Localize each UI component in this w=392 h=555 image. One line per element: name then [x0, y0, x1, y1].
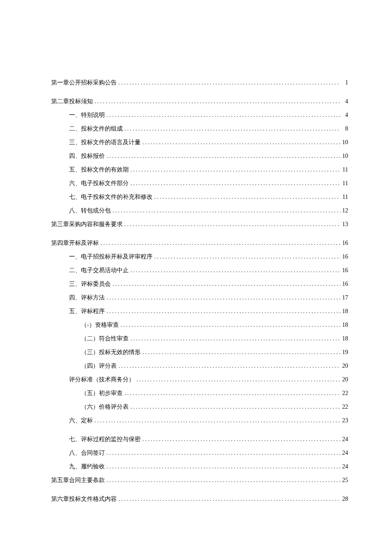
toc-title: 一、特别说明 [69, 111, 105, 119]
toc-title: 一、电子招投标开标及评审程序 [69, 253, 153, 261]
toc-page-number: 23 [342, 417, 348, 424]
toc-entry: 二、电子交易活动中止16 [51, 267, 348, 274]
toc-page-number: 17 [342, 294, 348, 301]
toc-page-number: 10 [342, 153, 348, 160]
toc-leader-dots [118, 496, 340, 503]
toc-title: 五、投标文件的有效期 [69, 166, 129, 174]
toc-title: （六）价格评分表 [81, 403, 129, 411]
document-page: 第一章公开招标采购公告1第二章投标须知4一、特别说明4二、投标文件的组成8三、投… [0, 0, 392, 555]
toc-entry: 八、转包或分包12 [51, 207, 348, 215]
toc-leader-dots [107, 463, 340, 470]
toc-entry: 二、投标文件的组成8 [51, 125, 348, 133]
toc-entry: 三、评标委员会16 [51, 280, 348, 288]
toc-title: 七、电子投标文件的补充和修改 [69, 193, 153, 201]
toc-leader-dots [118, 363, 340, 369]
toc-entry: 七、电子投标文件的补充和修改11 [51, 193, 348, 201]
toc-page-number: 18 [342, 335, 348, 342]
toc-title: 八、合同签订 [69, 449, 105, 457]
toc-entry: 八、合同签订24 [51, 449, 348, 457]
toc-leader-dots [107, 477, 340, 484]
table-of-contents: 第一章公开招标采购公告1第二章投标须知4一、特别说明4二、投标文件的组成8三、投… [51, 79, 348, 503]
toc-page-number: 24 [342, 436, 348, 443]
toc-entry: 第五章合同主要条款25 [51, 477, 348, 484]
toc-leader-dots [142, 436, 340, 443]
toc-page-number: 4 [342, 98, 348, 105]
toc-leader-dots [107, 450, 340, 456]
toc-page-number: 11 [342, 194, 348, 200]
toc-leader-dots [112, 281, 340, 288]
toc-page-number: 22 [342, 404, 348, 410]
toc-entry: 四、投标报价10 [51, 152, 348, 160]
toc-leader-dots [124, 125, 340, 132]
toc-title: 四、评标方法 [69, 294, 105, 302]
toc-entry: 第六章投标文件格式内容28 [51, 495, 348, 503]
toc-entry: 六、电子投标文件部分11 [51, 180, 348, 187]
toc-leader-dots [124, 390, 340, 397]
toc-title: 评分标准（技术商务分） [69, 376, 135, 384]
toc-entry: 六、定标23 [51, 417, 348, 424]
toc-title: （二）符合性审查 [81, 335, 129, 343]
toc-title: 三、评标委员会 [69, 280, 111, 288]
toc-page-number: 16 [342, 267, 348, 274]
toc-leader-dots [130, 166, 340, 173]
toc-page-number: 20 [342, 363, 348, 369]
toc-title: 第一章公开招标采购公告 [51, 79, 117, 87]
toc-entry: 第三章采购内容和服务要求13 [51, 221, 348, 228]
toc-entry: 第一章公开招标采购公告1 [51, 79, 348, 87]
toc-leader-dots [142, 139, 340, 146]
toc-page-number: 16 [342, 240, 348, 247]
toc-title: （-）资格审查 [81, 321, 119, 329]
toc-title: 第四章开标及评标 [51, 239, 99, 247]
toc-page-number: 18 [342, 308, 348, 315]
toc-page-number: 19 [342, 349, 348, 356]
toc-title: （三）投标无效的情形 [81, 349, 141, 356]
toc-entry: 五、评标程序18 [51, 308, 348, 315]
toc-entry: 第四章开标及评标16 [51, 239, 348, 247]
toc-title: 第六章投标文件格式内容 [51, 495, 117, 503]
toc-page-number: 13 [342, 221, 348, 228]
toc-leader-dots [130, 335, 340, 342]
toc-entry: （六）价格评分表22 [51, 403, 348, 411]
toc-title: 二、电子交易活动中止 [69, 267, 129, 274]
toc-entry: 评分标准（技术商务分）20 [51, 376, 348, 384]
toc-entry: 七、评标过程的监控与保密24 [51, 436, 348, 443]
toc-leader-dots [154, 194, 340, 200]
toc-entry: 一、特别说明4 [51, 111, 348, 119]
toc-page-number: 10 [342, 139, 348, 146]
toc-title: 五、评标程序 [69, 308, 105, 315]
toc-page-number: 1 [342, 79, 348, 86]
toc-page-number: 18 [342, 322, 348, 328]
toc-entry: （五）初步审查22 [51, 389, 348, 397]
toc-entry: 五、投标文件的有效期11 [51, 166, 348, 174]
toc-page-number: 24 [342, 463, 348, 470]
toc-leader-dots [95, 98, 340, 105]
toc-title: 八、转包或分包 [69, 207, 111, 215]
toc-page-number: 24 [342, 450, 348, 456]
toc-page-number: 20 [342, 376, 348, 383]
toc-leader-dots [124, 221, 340, 228]
toc-title: 九、履约验收 [69, 463, 105, 471]
toc-page-number: 28 [342, 496, 348, 503]
toc-title: 第二章投标须知 [51, 98, 93, 105]
toc-leader-dots [130, 267, 340, 274]
toc-leader-dots [136, 376, 340, 383]
toc-entry: 一、电子招投标开标及评审程序16 [51, 253, 348, 261]
toc-title: 第五章合同主要条款 [51, 477, 105, 484]
toc-entry: （二）符合性审查18 [51, 335, 348, 343]
toc-title: 二、投标文件的组成 [69, 125, 123, 133]
toc-leader-dots [107, 308, 340, 315]
toc-title: 六、定标 [69, 417, 93, 424]
toc-entry: 九、履约验收24 [51, 463, 348, 471]
toc-leader-dots [130, 404, 340, 410]
toc-title: 三、投标文件的语言及计量 [69, 139, 141, 146]
toc-leader-dots [101, 240, 340, 247]
toc-leader-dots [121, 322, 340, 328]
toc-page-number: 25 [342, 477, 348, 484]
toc-entry: 第二章投标须知4 [51, 98, 348, 105]
toc-title: （四）评分表 [81, 362, 117, 370]
toc-entry: 四、评标方法17 [51, 294, 348, 302]
toc-leader-dots [107, 294, 340, 301]
toc-page-number: 8 [342, 125, 348, 132]
toc-leader-dots [130, 180, 340, 187]
toc-page-number: 16 [342, 253, 348, 260]
